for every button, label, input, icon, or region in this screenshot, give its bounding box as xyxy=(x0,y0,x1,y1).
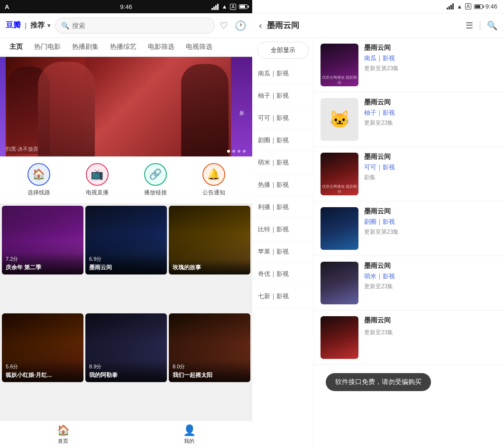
app-icon-left: A xyxy=(5,3,9,10)
profile-nav-icon: 👤 xyxy=(183,424,196,437)
time-right: 9:46 xyxy=(486,3,497,10)
grid-title-2: 玫瑰的故事 xyxy=(173,264,247,272)
grid-score-5: 8.0分 xyxy=(173,363,247,370)
source-item-7[interactable]: 比特｜影视 xyxy=(252,219,313,241)
result-thumb-5 xyxy=(321,316,358,359)
source-item-2[interactable]: 可可｜影视 xyxy=(252,107,313,129)
result-source-4: 萌米｜影视 xyxy=(364,272,497,281)
search-icon-left: 🔍 xyxy=(61,22,69,29)
grid-item-3[interactable]: 5.6分 狐妖小红娘·月红... xyxy=(2,313,83,382)
result-item-2[interactable]: 优质全网播放 观剧期待 墨雨云间 可可｜影视 剧集 xyxy=(314,147,504,201)
header-left: 豆瓣 | 推荐 ▾ 🔍 ♡ 🕐 xyxy=(0,13,252,38)
source-item-6[interactable]: 利播｜影视 xyxy=(252,196,313,219)
result-info-3: 墨雨云间 剧圈｜影视 更新至第23集 xyxy=(364,207,497,236)
grid-score-3: 5.6分 xyxy=(6,363,80,370)
tab-hot-variety[interactable]: 热播综艺 xyxy=(104,38,142,56)
status-bar-left: A 9:46 ▲ A xyxy=(0,0,252,13)
source-item-5[interactable]: 热播｜影视 xyxy=(252,174,313,196)
grid-title-5: 我们一起摇太阳 xyxy=(173,371,247,379)
result-info-2: 墨雨云间 可可｜影视 剧集 xyxy=(364,153,497,182)
dropdown-arrow-icon[interactable]: ▾ xyxy=(47,22,50,29)
tab-hot-movie[interactable]: 热门电影 xyxy=(28,38,66,56)
logo-text: 豆瓣 xyxy=(6,20,21,30)
grid-item-0[interactable]: 7.2分 庆余年 第二季 xyxy=(2,206,83,274)
result-title-3: 墨雨云间 xyxy=(364,207,497,216)
source-item-10[interactable]: 七新｜影视 xyxy=(252,285,313,308)
search-bar[interactable]: 🔍 xyxy=(55,18,215,34)
result-item-4[interactable]: 墨雨云间 萌米｜影视 更新至23集 xyxy=(314,256,504,311)
tab-movie-filter[interactable]: 电影筛选 xyxy=(142,38,180,56)
profile-nav-label: 我的 xyxy=(184,438,194,445)
wifi-icon-right: ▲ xyxy=(457,3,462,10)
status-icons-left: ▲ A xyxy=(211,3,247,10)
home-nav-icon: 🏠 xyxy=(57,424,70,437)
hero-banner[interactable]: 新 扫黑·决不放弃 xyxy=(0,57,252,156)
grid-item-4[interactable]: 8.9分 我的阿勒泰 xyxy=(85,313,167,382)
quick-action-notify[interactable]: 🔔 公告通知 xyxy=(202,163,225,197)
result-item-0[interactable]: 优质全网播放 观剧期待 墨雨云间 南瓜｜影视 更新至第23集 xyxy=(314,38,504,92)
result-title-4: 墨雨云间 xyxy=(364,262,497,270)
grid-info-5: 8.0分 我们一起摇太阳 xyxy=(169,360,250,382)
grid-item-2[interactable]: 玫瑰的故事 xyxy=(169,206,250,274)
result-thumb-1: 🐱 xyxy=(321,98,358,141)
source-item-3[interactable]: 剧圈｜影视 xyxy=(252,129,313,152)
notify-icon: 🔔 xyxy=(202,163,225,186)
bottom-nav-profile[interactable]: 👤 我的 xyxy=(183,424,196,445)
grid-score-4: 8.9分 xyxy=(89,363,163,370)
result-thumb-0: 优质全网播放 观剧期待 xyxy=(321,44,358,86)
notify-label: 公告通知 xyxy=(202,189,225,197)
grid-score-0: 7.2分 xyxy=(6,256,80,263)
grid-info-4: 8.9分 我的阿勒泰 xyxy=(85,360,167,382)
left-panel: A 9:46 ▲ A 豆瓣 | 推荐 ▾ 🔍 xyxy=(0,0,252,448)
header-right: ‹ 墨雨云间 ☰ 🔍 xyxy=(252,13,504,38)
result-info-0: 墨雨云间 南瓜｜影视 更新至第23集 xyxy=(364,44,497,73)
result-item-1[interactable]: 🐱 墨雨云间 柚子｜影视 更新至23集 xyxy=(314,92,504,147)
result-title-0: 墨雨云间 xyxy=(364,44,497,52)
history-icon[interactable]: 🕐 xyxy=(235,20,247,31)
heart-icon[interactable]: ♡ xyxy=(220,20,228,31)
header-divider xyxy=(480,21,480,30)
wifi-icon-left: ▲ xyxy=(221,3,227,10)
result-meta-1: 更新至23集 xyxy=(364,119,497,127)
logo-area[interactable]: 豆瓣 | 推荐 ▾ xyxy=(6,20,50,30)
result-item-3[interactable]: 墨雨云间 剧圈｜影视 更新至第23集 xyxy=(314,201,504,256)
back-button[interactable]: ‹ xyxy=(259,20,262,31)
grid-title-0: 庆余年 第二季 xyxy=(6,264,80,272)
source-item-9[interactable]: 奇优｜影视 xyxy=(252,263,313,285)
quick-action-link[interactable]: 🔗 播放链接 xyxy=(144,163,167,197)
result-meta-5: 更新至23集 xyxy=(364,329,497,337)
result-thumb-4 xyxy=(321,262,358,304)
search-icon-right[interactable]: 🔍 xyxy=(487,20,497,31)
result-thumb-2: 优质全网播放 观剧期待 xyxy=(321,153,358,195)
result-meta-4: 更新至23集 xyxy=(364,283,497,291)
tab-hot-drama[interactable]: 热播剧集 xyxy=(66,38,104,56)
quick-action-route[interactable]: 🏠 选择线路 xyxy=(27,163,50,197)
header-icons-left: ♡ 🕐 xyxy=(220,20,247,31)
bottom-nav-home[interactable]: 🏠 首页 xyxy=(57,424,70,445)
source-item-8[interactable]: 苹果｜影视 xyxy=(252,241,313,263)
result-item-5[interactable]: 墨雨云间 更新至23集 xyxy=(314,311,504,365)
nav-tabs: 主页 热门电影 热播剧集 热播综艺 电影筛选 电视筛选 xyxy=(0,38,252,57)
result-title-5: 墨雨云间 xyxy=(364,316,497,325)
grid-score-1: 6.9分 xyxy=(89,256,163,263)
filter-icon[interactable]: ☰ xyxy=(466,20,473,31)
search-result-title: 墨雨云间 xyxy=(267,20,461,31)
result-info-4: 墨雨云间 萌米｜影视 更新至23集 xyxy=(364,262,497,291)
quick-action-tv[interactable]: 📺 电视直播 xyxy=(86,163,109,197)
source-item-1[interactable]: 柚子｜影视 xyxy=(252,85,313,107)
result-title-2: 墨雨云间 xyxy=(364,153,497,161)
result-meta-0: 更新至第23集 xyxy=(364,64,497,73)
grid-item-1[interactable]: 6.9分 墨雨云间 xyxy=(85,206,167,274)
tab-home[interactable]: 主页 xyxy=(4,38,28,56)
tab-tv-filter[interactable]: 电视筛选 xyxy=(180,38,218,56)
hero-title: 扫黑·决不放弃 xyxy=(6,146,38,153)
search-input[interactable] xyxy=(72,22,209,29)
toast-notification: 软件接口免费，请勿受骗购买 xyxy=(326,373,431,391)
source-item-4[interactable]: 萌米｜影视 xyxy=(252,152,313,174)
grid-info-0: 7.2分 庆余年 第二季 xyxy=(2,253,83,274)
show-all-button[interactable]: 全部显示 xyxy=(257,42,309,59)
grid-item-5[interactable]: 8.0分 我们一起摇太阳 xyxy=(169,313,250,382)
route-label: 选择线路 xyxy=(27,189,50,197)
hero-dots xyxy=(227,150,246,153)
source-item-0[interactable]: 南瓜｜影视 xyxy=(252,63,313,85)
